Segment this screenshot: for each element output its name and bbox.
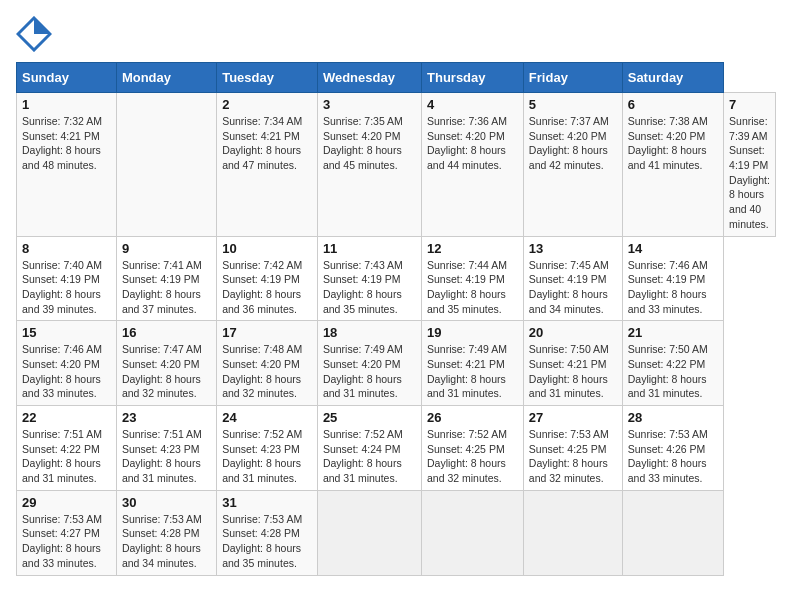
calendar-day-20: 20Sunrise: 7:50 AMSunset: 4:21 PMDayligh…: [523, 321, 622, 406]
calendar-day-23: 23Sunrise: 7:51 AMSunset: 4:23 PMDayligh…: [116, 406, 216, 491]
calendar-empty: [523, 490, 622, 575]
calendar-empty: [422, 490, 524, 575]
header-thursday: Thursday: [422, 63, 524, 93]
calendar-day-5: 5Sunrise: 7:37 AMSunset: 4:20 PMDaylight…: [523, 93, 622, 237]
calendar-day-12: 12Sunrise: 7:44 AMSunset: 4:19 PMDayligh…: [422, 236, 524, 321]
calendar-week-1: 1Sunrise: 7:32 AMSunset: 4:21 PMDaylight…: [17, 93, 776, 237]
calendar-day-9: 9Sunrise: 7:41 AMSunset: 4:19 PMDaylight…: [116, 236, 216, 321]
calendar-day-15: 15Sunrise: 7:46 AMSunset: 4:20 PMDayligh…: [17, 321, 117, 406]
calendar-day-17: 17Sunrise: 7:48 AMSunset: 4:20 PMDayligh…: [217, 321, 318, 406]
calendar-day-24: 24Sunrise: 7:52 AMSunset: 4:23 PMDayligh…: [217, 406, 318, 491]
calendar-day-8: 8Sunrise: 7:40 AMSunset: 4:19 PMDaylight…: [17, 236, 117, 321]
calendar-day-6: 6Sunrise: 7:38 AMSunset: 4:20 PMDaylight…: [622, 93, 723, 237]
calendar-week-2: 8Sunrise: 7:40 AMSunset: 4:19 PMDaylight…: [17, 236, 776, 321]
calendar-day-22: 22Sunrise: 7:51 AMSunset: 4:22 PMDayligh…: [17, 406, 117, 491]
header-wednesday: Wednesday: [317, 63, 421, 93]
calendar-day-18: 18Sunrise: 7:49 AMSunset: 4:20 PMDayligh…: [317, 321, 421, 406]
calendar-day-14: 14Sunrise: 7:46 AMSunset: 4:19 PMDayligh…: [622, 236, 723, 321]
calendar-day-27: 27Sunrise: 7:53 AMSunset: 4:25 PMDayligh…: [523, 406, 622, 491]
calendar-day-4: 4Sunrise: 7:36 AMSunset: 4:20 PMDaylight…: [422, 93, 524, 237]
calendar-day-29: 29Sunrise: 7:53 AMSunset: 4:27 PMDayligh…: [17, 490, 117, 575]
calendar-day-7: 7Sunrise: 7:39 AMSunset: 4:19 PMDaylight…: [724, 93, 776, 237]
calendar-day-31: 31Sunrise: 7:53 AMSunset: 4:28 PMDayligh…: [217, 490, 318, 575]
calendar-week-3: 15Sunrise: 7:46 AMSunset: 4:20 PMDayligh…: [17, 321, 776, 406]
page-header: [16, 16, 776, 52]
calendar-day-30: 30Sunrise: 7:53 AMSunset: 4:28 PMDayligh…: [116, 490, 216, 575]
calendar-empty: [622, 490, 723, 575]
calendar-day-11: 11Sunrise: 7:43 AMSunset: 4:19 PMDayligh…: [317, 236, 421, 321]
calendar-header-row: SundayMondayTuesdayWednesdayThursdayFrid…: [17, 63, 776, 93]
calendar-week-4: 22Sunrise: 7:51 AMSunset: 4:22 PMDayligh…: [17, 406, 776, 491]
calendar-week-5: 29Sunrise: 7:53 AMSunset: 4:27 PMDayligh…: [17, 490, 776, 575]
calendar-table: SundayMondayTuesdayWednesdayThursdayFrid…: [16, 62, 776, 576]
header-sunday: Sunday: [17, 63, 117, 93]
logo: [16, 16, 54, 52]
calendar-day-16: 16Sunrise: 7:47 AMSunset: 4:20 PMDayligh…: [116, 321, 216, 406]
calendar-day-13: 13Sunrise: 7:45 AMSunset: 4:19 PMDayligh…: [523, 236, 622, 321]
calendar-day-26: 26Sunrise: 7:52 AMSunset: 4:25 PMDayligh…: [422, 406, 524, 491]
header-monday: Monday: [116, 63, 216, 93]
calendar-day-2: 2Sunrise: 7:34 AMSunset: 4:21 PMDaylight…: [217, 93, 318, 237]
calendar-day-1: 1Sunrise: 7:32 AMSunset: 4:21 PMDaylight…: [17, 93, 117, 237]
calendar-day-25: 25Sunrise: 7:52 AMSunset: 4:24 PMDayligh…: [317, 406, 421, 491]
logo-icon: [16, 16, 52, 52]
header-tuesday: Tuesday: [217, 63, 318, 93]
calendar-day-28: 28Sunrise: 7:53 AMSunset: 4:26 PMDayligh…: [622, 406, 723, 491]
calendar-day-3: 3Sunrise: 7:35 AMSunset: 4:20 PMDaylight…: [317, 93, 421, 237]
calendar-empty: [317, 490, 421, 575]
header-friday: Friday: [523, 63, 622, 93]
calendar-empty: [116, 93, 216, 237]
calendar-day-19: 19Sunrise: 7:49 AMSunset: 4:21 PMDayligh…: [422, 321, 524, 406]
calendar-day-10: 10Sunrise: 7:42 AMSunset: 4:19 PMDayligh…: [217, 236, 318, 321]
header-saturday: Saturday: [622, 63, 723, 93]
calendar-day-21: 21Sunrise: 7:50 AMSunset: 4:22 PMDayligh…: [622, 321, 723, 406]
